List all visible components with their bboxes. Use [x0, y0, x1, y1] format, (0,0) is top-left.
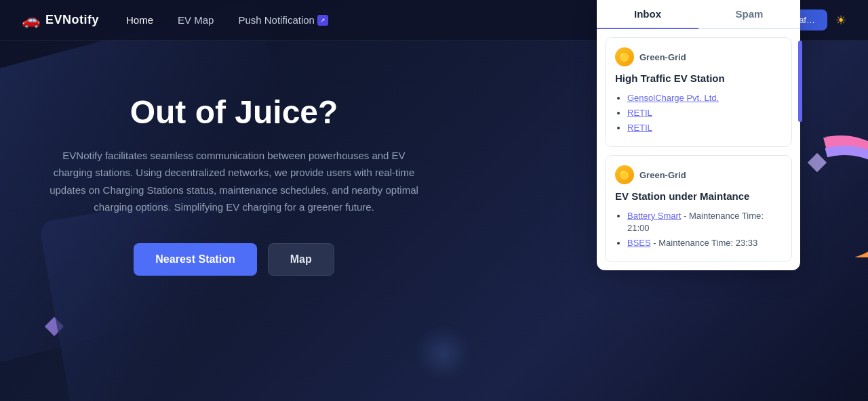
card1-link-2[interactable]: RETIL	[627, 108, 652, 118]
card1-list: GensolCharge Pvt. Ltd. RETIL RETIL	[615, 92, 782, 135]
theme-toggle-icon[interactable]: ☀	[835, 13, 846, 28]
tab-spam[interactable]: Spam	[698, 0, 800, 28]
deco-diamond-left	[45, 317, 64, 336]
card1-title: High Traffic EV Station	[615, 72, 782, 85]
scroll-indicator	[798, 41, 802, 122]
notification-card-1: 🟡 Green-Grid High Traffic EV Station Gen…	[605, 37, 792, 147]
notification-panel: Inbox Spam 🟡 Green-Grid High Traffic EV …	[597, 0, 800, 270]
map-button[interactable]: Map	[268, 243, 334, 276]
nav-pushnotif[interactable]: Push Notification ↗	[238, 14, 328, 26]
card2-link-1[interactable]: Battery Smart	[627, 211, 681, 221]
card2-sender: 🟡 Green-Grid	[615, 165, 782, 184]
card1-sender: 🟡 Green-Grid	[615, 47, 782, 66]
list-item: GensolCharge Pvt. Ltd.	[627, 92, 782, 104]
list-item: RETIL	[627, 122, 782, 134]
card2-item2-suffix: - Maintenance Time: 23:33	[653, 238, 757, 248]
hero-title: Out of Juice?	[130, 95, 338, 131]
card2-avatar: 🟡	[615, 165, 634, 184]
list-item: Battery Smart - Maintenance Time: 21:00	[627, 210, 782, 234]
logo-icon: 🚗	[22, 12, 40, 29]
card2-title: EV Station under Maintance	[615, 190, 782, 203]
logo-area: 🚗 EVNotify	[22, 12, 99, 29]
hero-buttons: Nearest Station Map	[134, 243, 334, 276]
card1-avatar: 🟡	[615, 47, 634, 66]
card2-list: Battery Smart - Maintenance Time: 21:00 …	[615, 210, 782, 250]
card2-link-2[interactable]: BSES	[627, 238, 651, 248]
notification-tabs: Inbox Spam	[597, 0, 800, 29]
card1-sender-name: Green-Grid	[639, 52, 686, 62]
nav-evmap[interactable]: EV Map	[178, 14, 214, 26]
nav-home[interactable]: Home	[126, 14, 153, 26]
hero-description: EVNotify facilitates seamless communicat…	[44, 147, 424, 216]
notification-card-2: 🟡 Green-Grid EV Station under Maintance …	[605, 155, 792, 262]
nearest-station-button[interactable]: Nearest Station	[134, 243, 256, 276]
list-item: BSES - Maintenance Time: 23:33	[627, 237, 782, 249]
list-item: RETIL	[627, 107, 782, 119]
card2-sender-name: Green-Grid	[639, 170, 686, 180]
notification-scroll[interactable]: 🟡 Green-Grid High Traffic EV Station Gen…	[597, 29, 800, 270]
deco-circle-glow	[416, 326, 471, 381]
card1-link-1[interactable]: GensolCharge Pvt. Ltd.	[627, 93, 719, 103]
logo-text: EVNotify	[45, 13, 99, 27]
tab-inbox[interactable]: Inbox	[597, 0, 698, 29]
pushnotif-badge: ↗	[317, 15, 328, 26]
card1-link-3[interactable]: RETIL	[627, 123, 652, 133]
